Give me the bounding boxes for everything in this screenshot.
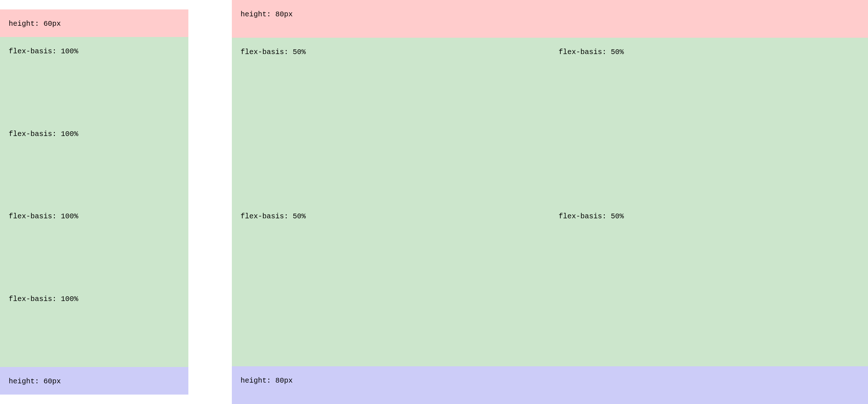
right-cell: flex-basis: 50% <box>550 202 868 366</box>
right-header: height: 80px <box>232 0 868 38</box>
right-layout-demo: height: 80px flex-basis: 50% flex-basis:… <box>232 0 868 404</box>
flex-cell: flex-basis: 50% <box>232 202 550 366</box>
right-footer: height: 80px <box>232 366 868 404</box>
flex-cell: flex-basis: 50% <box>232 38 550 202</box>
left-footer: height: 60px <box>0 367 188 395</box>
left-row: flex-basis: 100% <box>0 285 188 367</box>
flex-cell: flex-basis: 100% <box>0 202 188 285</box>
left-row: flex-basis: 100% <box>0 37 188 120</box>
flex-cell: flex-basis: 100% <box>0 120 188 202</box>
left-row: flex-basis: 100% <box>0 202 188 285</box>
flex-cell: flex-basis: 100% <box>0 285 188 367</box>
flex-cell: flex-basis: 100% <box>0 37 188 120</box>
right-body: flex-basis: 50% flex-basis: 50% flex-bas… <box>232 38 868 366</box>
left-body: flex-basis: 100% flex-basis: 100% flex-b… <box>0 37 188 367</box>
right-cell: flex-basis: 50% <box>232 202 550 366</box>
right-cell: flex-basis: 50% <box>550 38 868 202</box>
right-cell: flex-basis: 50% <box>232 38 550 202</box>
left-layout-demo: height: 60px flex-basis: 100% flex-basis… <box>0 0 188 404</box>
left-row: flex-basis: 100% <box>0 120 188 202</box>
left-header: height: 60px <box>0 9 188 37</box>
flex-cell: flex-basis: 50% <box>550 202 868 366</box>
flex-cell: flex-basis: 50% <box>550 38 868 202</box>
